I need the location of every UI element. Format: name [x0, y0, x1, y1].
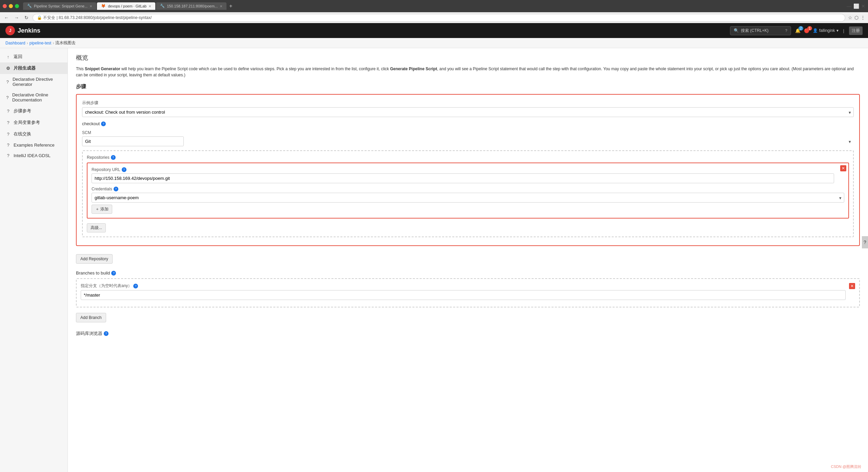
new-tab-btn[interactable]: + [227, 2, 234, 10]
checkout-label-text: checkout [82, 121, 100, 126]
repo-url-help-icon[interactable]: ? [122, 167, 126, 172]
checkout-label: checkout ? [82, 121, 854, 126]
user-icon: 👤 [813, 28, 818, 33]
browser-label-text: 源码库浏览器 [76, 331, 102, 337]
add-repository-btn[interactable]: Add Repository [76, 254, 113, 264]
login-btn[interactable]: 注册 [849, 26, 863, 35]
repo-url-label: Repository URL ? [92, 167, 844, 172]
menu-icon[interactable]: ⋮ [861, 15, 865, 20]
sidebar-item-examples-ref[interactable]: ? Examples Reference [0, 140, 67, 150]
credentials-help-icon[interactable]: ? [114, 187, 118, 191]
sidebar-label-online-docs: Declarative Online Documentation [12, 92, 62, 102]
repositories-label: Repositories ? [87, 155, 849, 160]
branch-close-btn[interactable]: ✕ [849, 283, 855, 289]
checkout-help-icon[interactable]: ? [101, 121, 106, 126]
step-select[interactable]: checkout: Check out from version control [82, 107, 854, 117]
repo-close-btn[interactable]: ✕ [840, 165, 846, 171]
notification-badge[interactable]: 🔔 2 [795, 28, 801, 33]
breadcrumb-sep-1: › [27, 41, 28, 45]
add-credentials-btn[interactable]: ＋ 添加 [92, 205, 112, 214]
back-btn[interactable]: ← [3, 14, 10, 21]
tab-close-2[interactable]: ✕ [149, 4, 151, 8]
main-content: 概览 This Snippet Generator will help you … [68, 48, 868, 472]
tab-gitlab[interactable]: 🦊 devops / poem · GitLab ✕ [97, 2, 155, 10]
sidebar: ↑ 返回 ⚙ 片段生成器 ? Declarative Directive Gen… [0, 48, 68, 472]
tab-jenkins2[interactable]: 🔧 150.158.187.211:8080/poem... ✕ [156, 2, 226, 10]
tab-close-3[interactable]: ✕ [220, 4, 222, 8]
jenkins-logo-text: Jenkins [18, 27, 40, 34]
browser-src-help-icon[interactable]: ? [104, 331, 108, 336]
minimize-icon[interactable]: — [847, 3, 851, 9]
sidebar-item-snippet-generator[interactable]: ⚙ 片段生成器 [0, 62, 67, 74]
tab-pipeline-syntax[interactable]: 🔧 Pipeline Syntax: Snippet Gene... ✕ [23, 2, 96, 10]
sidebar-label-examples: Examples Reference [14, 143, 55, 148]
scm-select-wrapper: GitNone ▾ [82, 136, 854, 146]
breadcrumb-current: 流水线图去 [55, 40, 76, 46]
credentials-select[interactable]: gitlab-username-poem- none - [92, 193, 844, 203]
csdn-watermark: CSDN @图腾流转 [831, 464, 861, 469]
online-docs-icon: ? [5, 95, 9, 100]
sidebar-item-intellij[interactable]: ? IntelliJ IDEA GDSL [0, 150, 67, 161]
branch-specifier-help-icon[interactable]: ? [133, 284, 138, 288]
branches-label-text: Branches to build [76, 270, 110, 276]
step-label-text: 示例步骤 [82, 100, 98, 106]
snippet-icon: ⚙ [5, 66, 11, 71]
exchange-icon: ? [5, 132, 11, 137]
restore-icon[interactable]: ⬜ [853, 3, 859, 9]
sidebar-label-directive: Declarative Directive Generator [13, 77, 62, 87]
add-branch-btn[interactable]: Add Branch [76, 313, 106, 322]
header-search[interactable]: 🔍 搜索 (CTRL+K) ? [730, 26, 791, 35]
window-min-btn[interactable] [9, 4, 13, 8]
address-bar[interactable]: 🔒 不安全 | 81.68.73.248:8080/job/pipeline-t… [33, 14, 845, 22]
alert-count: 1 [807, 26, 812, 31]
sidebar-item-directive-generator[interactable]: ? Declarative Directive Generator [0, 74, 67, 90]
extensions-icon[interactable]: ⬡ [854, 15, 859, 20]
scm-select[interactable]: GitNone [82, 136, 184, 146]
breadcrumb-dashboard[interactable]: Dashboard [5, 41, 25, 45]
back-icon: ↑ [5, 54, 11, 59]
sidebar-item-step-ref[interactable]: ? 步骤参考 [0, 105, 67, 117]
scm-label: SCM [82, 130, 854, 135]
steps-title: 步骤 [76, 83, 860, 90]
forward-btn[interactable]: → [13, 14, 20, 21]
window-max-btn[interactable] [15, 4, 19, 8]
repo-url-input[interactable] [92, 173, 834, 183]
sidebar-item-back[interactable]: ↑ 返回 [0, 51, 67, 62]
jenkins-logo[interactable]: J Jenkins [5, 26, 40, 35]
tab-close-1[interactable]: ✕ [90, 4, 92, 8]
browser-src-label: 源码库浏览器 ? [76, 331, 860, 337]
window-close-btn[interactable] [3, 4, 7, 8]
user-menu[interactable]: 👤 fallingink ▾ [813, 28, 839, 33]
floating-help-btn[interactable]: ? [862, 236, 868, 248]
tab-label-3: 150.158.187.211:8080/poem... [167, 4, 218, 8]
close-window-icon[interactable]: ✕ [861, 3, 865, 9]
step-select-wrapper: checkout: Check out from version control… [82, 107, 854, 117]
branches-help-icon[interactable]: ? [111, 271, 116, 276]
username: fallingink [819, 28, 835, 33]
header-icons: 🔔 2 🔴 1 👤 fallingink ▾ | 注册 [795, 26, 863, 35]
credentials-select-wrapper: gitlab-username-poem- none - ▾ [92, 193, 844, 203]
tab-favicon-3: 🔧 [160, 4, 165, 8]
checkout-section: checkout ? SCM GitNone ▾ Reposi [82, 121, 854, 237]
search-placeholder-text: 搜索 (CTRL+K) [741, 28, 769, 34]
repository-item: ✕ Repository URL ? Creden [87, 163, 849, 219]
repositories-help-icon[interactable]: ? [111, 155, 116, 160]
branch-value-input[interactable] [81, 290, 846, 300]
alert-badge[interactable]: 🔴 1 [804, 28, 809, 33]
page-title: 概览 [76, 54, 860, 62]
refresh-btn[interactable]: ↻ [23, 14, 30, 21]
advanced-btn[interactable]: 高级... [87, 223, 106, 232]
branch-specifier-text: 指定分支（为空时代表any） [81, 283, 132, 289]
global-var-icon: ? [5, 120, 11, 125]
branch-specifier-label: 指定分支（为空时代表any） ? ✕ [81, 283, 855, 289]
snippet-generator-label: Snippet Generator [85, 67, 120, 71]
sidebar-item-online-exchange[interactable]: ? 在线交换 [0, 128, 67, 140]
sidebar-item-online-docs[interactable]: ? Declarative Online Documentation [0, 90, 67, 105]
desc-part1: This [76, 67, 85, 71]
description: This Snippet Generator will help you lea… [76, 66, 860, 78]
breadcrumb-pipeline-test[interactable]: pipeline-test [29, 41, 52, 45]
step-label: 示例步骤 [82, 100, 854, 106]
sidebar-item-global-var[interactable]: ? 全局变量参考 [0, 117, 67, 128]
window-controls [3, 4, 19, 8]
bookmark-icon[interactable]: ☆ [848, 15, 852, 20]
